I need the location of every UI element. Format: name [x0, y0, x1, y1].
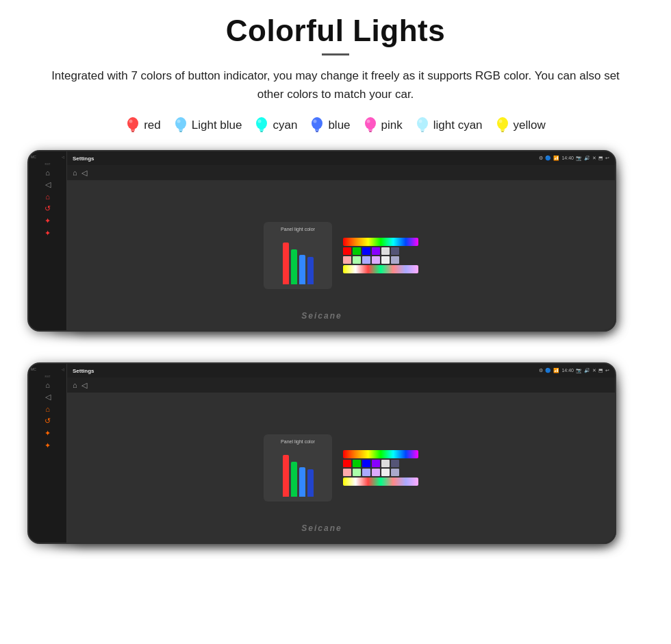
- page-title: Colorful Lights: [21, 14, 650, 48]
- color-label-blue: blue: [328, 119, 350, 132]
- panel-label-top: Panel light color: [268, 227, 327, 232]
- settings-main-top: Panel light color: [67, 180, 615, 330]
- swatch-cell[interactable]: [362, 469, 370, 476]
- swatch-cell[interactable]: [353, 460, 361, 467]
- svg-rect-17: [368, 129, 372, 131]
- swatch-cell[interactable]: [343, 469, 351, 476]
- swatch-cell[interactable]: [362, 460, 370, 467]
- title-divider: [322, 53, 349, 55]
- bulb-icon-yellow: [495, 116, 510, 135]
- swatch-cell[interactable]: [353, 256, 361, 264]
- bar-green[interactable]: [291, 249, 297, 284]
- color-label-cyan: cyan: [273, 119, 297, 132]
- color-item-lightcyan: light cyan: [415, 116, 483, 135]
- swatch-cell[interactable]: [381, 247, 390, 255]
- color-label-pink: pink: [381, 119, 403, 132]
- swatch-cell[interactable]: [372, 247, 380, 255]
- panel-light-box-top: Panel light color: [264, 222, 332, 289]
- svg-rect-1: [131, 129, 135, 131]
- svg-point-11: [258, 120, 262, 123]
- swatch-cell[interactable]: [372, 469, 380, 476]
- rainbow-gradient-bottom: [343, 265, 418, 273]
- svg-point-7: [177, 120, 180, 123]
- swatch-cell[interactable]: [362, 247, 370, 255]
- svg-rect-9: [259, 129, 264, 131]
- device-card-bottom-front: MC◁ RST ⌂ ◁ ⌂ ↺ ✦ ✦ Settings ⚙: [27, 362, 616, 544]
- swatch-cell[interactable]: [381, 460, 390, 467]
- panel-label-bottom: Panel light color: [268, 439, 327, 444]
- color-bars-top: [268, 235, 327, 284]
- rainbow-gradient-top: [343, 238, 418, 246]
- bar-red[interactable]: [283, 243, 289, 284]
- back-icon-bottom[interactable]: ◁: [81, 381, 87, 390]
- home-icon-top[interactable]: ⌂: [73, 169, 77, 177]
- svg-rect-21: [420, 129, 425, 131]
- swatch-row-1: [343, 247, 418, 255]
- bar-red-b[interactable]: [283, 455, 289, 497]
- page-container: Colorful Lights Integrated with 7 colors…: [0, 0, 671, 575]
- bar-blue[interactable]: [299, 255, 305, 284]
- svg-point-24: [497, 117, 508, 129]
- swatch-cell[interactable]: [391, 460, 399, 467]
- svg-point-20: [417, 117, 428, 129]
- color-item-lightblue: Light blue: [173, 116, 242, 135]
- settings-title-top: Settings: [73, 156, 94, 162]
- swatch-cell[interactable]: [391, 247, 399, 255]
- color-bars-bottom: [268, 447, 327, 497]
- swatch-cell[interactable]: [353, 247, 361, 255]
- settings-main-bottom: Panel light color: [67, 393, 615, 543]
- swatch-row-1b: [343, 460, 418, 467]
- swatch-cell[interactable]: [353, 469, 361, 476]
- bulb-icon-blue: [309, 116, 325, 135]
- svg-point-16: [365, 117, 376, 129]
- bar-blue-b[interactable]: [299, 467, 305, 497]
- color-label-lightcyan: light cyan: [433, 119, 483, 132]
- devices-section: MC◁ RST ⌂ ◁ ⌂ ↺ ✦ ✦ ◁: [21, 150, 650, 561]
- device-card-top-front: MC◁ RST ⌂ ◁ ⌂ ↺ ✦ ✦ Settings ⚙: [27, 150, 616, 332]
- svg-point-15: [314, 120, 317, 123]
- color-list: red Light blue cyan: [21, 116, 650, 135]
- svg-point-3: [129, 120, 133, 123]
- swatch-row-2: [343, 256, 418, 264]
- svg-point-4: [175, 117, 186, 129]
- bar-darkblue-b[interactable]: [307, 469, 314, 497]
- bulb-icon-lightcyan: [415, 116, 430, 135]
- status-icons-top: ⚙ 🔵 📶 14:40 📷 🔊 ✕ ⬒ ↩: [539, 156, 609, 161]
- description-text: Integrated with 7 colors of button indic…: [41, 66, 630, 103]
- swatch-cell[interactable]: [372, 256, 380, 264]
- color-label-yellow: yellow: [514, 119, 546, 132]
- rainbow-swatches-bottom: [343, 450, 418, 486]
- swatch-cell[interactable]: [343, 460, 351, 467]
- bulb-icon-cyan: [254, 116, 269, 135]
- back-icon-top[interactable]: ◁: [81, 169, 87, 177]
- svg-rect-14: [316, 131, 318, 132]
- swatch-cell[interactable]: [381, 256, 390, 264]
- swatch-cell[interactable]: [343, 247, 351, 255]
- top-device-group: MC◁ RST ⌂ ◁ ⌂ ↺ ✦ ✦ ◁: [27, 150, 644, 349]
- panel-light-box-bottom: Panel light color: [264, 434, 332, 501]
- svg-point-23: [418, 120, 422, 123]
- bar-darkblue[interactable]: [307, 257, 314, 284]
- bottom-device-group: MC◁ RST ⌂ ◁ ⌂ ↺ ✦ ✦ ◁: [27, 362, 644, 561]
- color-item-cyan: cyan: [254, 116, 297, 135]
- swatch-cell[interactable]: [381, 469, 390, 476]
- svg-point-8: [256, 117, 267, 129]
- status-icons-bottom: ⚙ 🔵 📶 14:40 📷 🔊 ✕ ⬒ ↩: [539, 368, 609, 373]
- color-item-red: red: [125, 116, 161, 135]
- swatch-cell[interactable]: [343, 256, 351, 264]
- svg-point-12: [312, 117, 322, 129]
- settings-title-bottom: Settings: [73, 368, 94, 374]
- swatch-cell[interactable]: [372, 460, 380, 467]
- svg-point-19: [366, 120, 370, 123]
- home-icon-bottom[interactable]: ⌂: [73, 381, 77, 389]
- color-label-red: red: [144, 119, 161, 132]
- swatch-cell[interactable]: [391, 256, 399, 264]
- bar-green-b[interactable]: [291, 462, 297, 496]
- svg-rect-10: [260, 131, 263, 132]
- bulb-icon-red: [125, 116, 140, 135]
- svg-rect-13: [315, 129, 319, 131]
- swatch-cell[interactable]: [391, 469, 399, 476]
- color-label-lightblue: Light blue: [192, 119, 242, 132]
- swatch-cell[interactable]: [362, 256, 370, 264]
- color-item-pink: pink: [363, 116, 403, 135]
